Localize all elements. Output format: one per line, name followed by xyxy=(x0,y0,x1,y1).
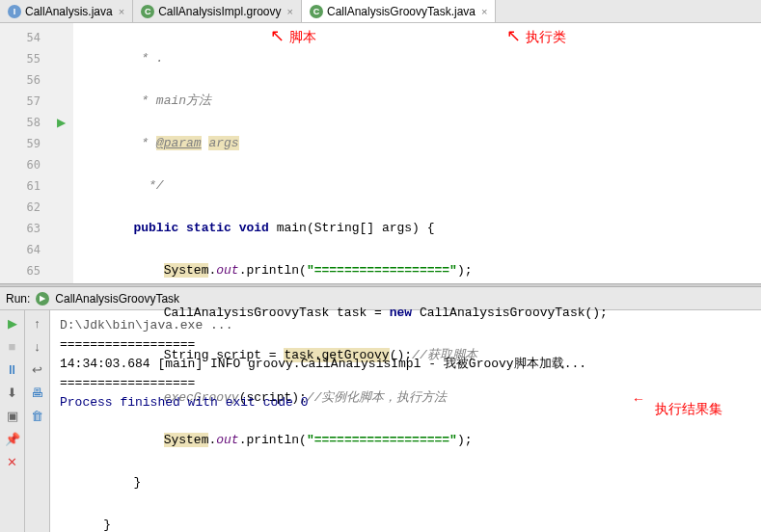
run-toolbar-left2: ↑ ↓ ↩ 🖶 🗑 xyxy=(25,310,50,532)
run-config-icon: ▶ xyxy=(36,292,49,306)
console-output[interactable]: D:\Jdk\bin\java.exe ... ================… xyxy=(50,310,761,532)
tab-label: CallAnalysisImpl.groovy xyxy=(158,5,281,18)
console-line: ================== xyxy=(60,374,751,393)
up-icon[interactable]: ↑ xyxy=(29,314,46,332)
annotation-script: 脚本 xyxy=(289,29,316,46)
run-gutter-icon[interactable]: ▶ xyxy=(48,112,73,133)
close-icon[interactable]: × xyxy=(481,6,487,17)
editor-tabs: I CallAnalysis.java × C CallAnalysisImpl… xyxy=(0,0,761,23)
line-number: 56 xyxy=(0,69,41,91)
tab-label: CallAnalysisGroovyTask.java xyxy=(327,5,476,18)
line-number: 64 xyxy=(0,239,41,260)
dump-icon[interactable]: ⬇ xyxy=(4,384,21,401)
annotation-result: 执行结果集 xyxy=(655,399,722,418)
wrap-icon[interactable]: ↩ xyxy=(29,360,46,378)
rerun-icon[interactable]: ▶ xyxy=(4,314,21,332)
line-number: 54 xyxy=(0,27,41,48)
arrow-icon: ↖ xyxy=(506,25,521,46)
line-number: 57 xyxy=(0,91,41,112)
layout-icon[interactable]: ▣ xyxy=(4,407,21,424)
line-number: 61 xyxy=(0,175,41,197)
trash-icon[interactable]: 🗑 xyxy=(29,407,46,424)
console-line: ================== xyxy=(60,335,751,355)
line-number: 58 xyxy=(0,112,41,133)
close-icon[interactable]: × xyxy=(119,6,124,17)
close-icon[interactable]: × xyxy=(287,6,293,17)
class-icon: C xyxy=(310,5,323,18)
interface-icon: I xyxy=(8,5,21,18)
down-icon[interactable]: ↓ xyxy=(29,337,46,355)
code-editor[interactable]: 54 55 56 57 58 59 60 61 62 63 64 65 ▶ * … xyxy=(0,23,761,283)
tab-callanalysis[interactable]: I CallAnalysis.java × xyxy=(0,0,133,22)
tab-callanalysisgroovytask[interactable]: C CallAnalysisGroovyTask.java × xyxy=(302,0,497,22)
console-line: 14:34:03.684 [main] INFO groovy.CallAnal… xyxy=(60,355,751,374)
gutter-icons: ▶ xyxy=(48,23,73,283)
tab-callanalysisimpl[interactable]: C CallAnalysisImpl.groovy × xyxy=(133,0,302,22)
run-toolbar-left: ▶ ■ ⏸ ⬇ ▣ 📌 ✕ xyxy=(0,310,25,532)
line-number: 60 xyxy=(0,154,41,175)
line-number: 55 xyxy=(0,48,41,69)
tab-label: CallAnalysis.java xyxy=(25,5,113,18)
run-config-name[interactable]: CallAnalysisGroovyTask xyxy=(55,292,179,306)
pause-icon[interactable]: ⏸ xyxy=(4,360,21,378)
close-run-icon[interactable]: ✕ xyxy=(4,453,21,470)
line-number: 62 xyxy=(0,197,41,218)
line-number: 59 xyxy=(0,133,41,154)
line-gutter: 54 55 56 57 58 59 60 61 62 63 64 65 xyxy=(0,23,48,283)
code-area[interactable]: * . * main方法 * @param args */ public sta… xyxy=(73,23,761,283)
run-toolwindow-body: ▶ ■ ⏸ ⬇ ▣ 📌 ✕ ↑ ↓ ↩ 🖶 🗑 D:\Jdk\bin\java.… xyxy=(0,310,761,532)
pin-icon[interactable]: 📌 xyxy=(4,430,21,447)
class-icon: C xyxy=(141,5,154,18)
arrow-icon: ↖ xyxy=(270,25,285,46)
console-exit-line: Process finished with exit code 0 xyxy=(60,393,751,412)
run-label: Run: xyxy=(6,292,30,306)
line-number: 65 xyxy=(0,260,41,281)
line-number: 63 xyxy=(0,218,41,239)
print-icon[interactable]: 🖶 xyxy=(29,384,46,401)
console-line: D:\Jdk\bin\java.exe ... xyxy=(60,316,751,335)
arrow-icon: ← xyxy=(632,389,645,409)
stop-icon[interactable]: ■ xyxy=(4,337,21,355)
annotation-execclass: 执行类 xyxy=(526,29,566,46)
